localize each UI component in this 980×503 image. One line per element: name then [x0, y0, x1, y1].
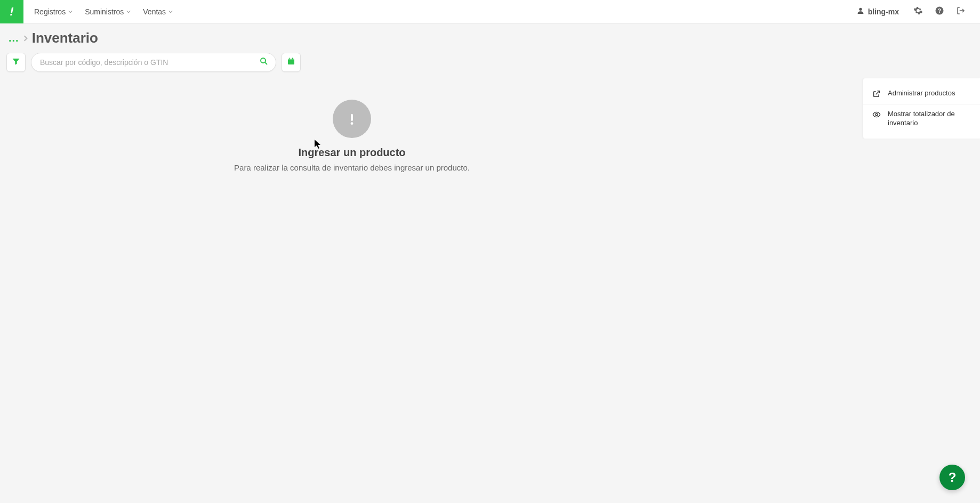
user-menu[interactable]: bling-mx — [856, 6, 899, 17]
svg-rect-7 — [292, 58, 293, 59]
nav-item-label: Registros — [34, 7, 66, 16]
question-mark-icon: ? — [949, 470, 957, 485]
empty-subtitle: Para realizar la consulta de inventario … — [234, 163, 470, 172]
side-item-manage-products[interactable]: Administrar productos — [863, 84, 980, 104]
svg-rect-5 — [288, 59, 294, 60]
empty-title: Ingresar un producto — [298, 147, 405, 159]
nav-item-label: Ventas — [143, 7, 166, 16]
content-column: Ingresar un producto Para realizar la co… — [0, 78, 863, 503]
svg-rect-6 — [290, 58, 290, 59]
filter-button[interactable] — [6, 53, 26, 72]
question-circle-icon: ? — [935, 6, 944, 18]
help-fab[interactable]: ? — [939, 465, 965, 490]
search-input[interactable] — [40, 58, 254, 67]
svg-rect-8 — [351, 114, 353, 121]
user-name: bling-mx — [868, 7, 899, 16]
nav-item-ventas[interactable]: Ventas — [143, 7, 173, 16]
toolbar — [0, 50, 980, 78]
logout-button[interactable] — [952, 3, 969, 20]
external-link-icon — [872, 89, 881, 99]
exclamation-circle-icon — [333, 100, 371, 138]
help-button[interactable]: ? — [931, 3, 948, 20]
nav-menu: Registros Suministros Ventas — [34, 7, 173, 16]
nav-item-suministros[interactable]: Suministros — [85, 7, 131, 16]
side-item-show-totalizer[interactable]: Mostrar totalizador de inventario — [863, 104, 980, 133]
top-nav: ! Registros Suministros Ventas bling-mx — [0, 0, 980, 23]
filter-icon — [12, 57, 20, 68]
chevron-down-icon — [168, 9, 173, 14]
search-submit-button[interactable] — [258, 56, 270, 69]
search-field-wrap — [31, 53, 276, 72]
calendar-button[interactable] — [282, 53, 301, 72]
svg-text:?: ? — [938, 7, 941, 13]
side-panel: Administrar productos Mostrar totalizado… — [863, 78, 980, 139]
page-title: Inventario — [32, 30, 98, 46]
gear-icon — [913, 6, 923, 18]
app-logo[interactable]: ! — [0, 0, 23, 23]
nav-item-label: Suministros — [85, 7, 124, 16]
logout-icon — [956, 6, 966, 18]
search-icon — [259, 56, 269, 68]
chevron-right-icon — [22, 35, 29, 42]
eye-icon — [872, 110, 881, 119]
svg-point-0 — [859, 8, 862, 11]
chevron-down-icon — [68, 9, 73, 14]
user-icon — [856, 6, 865, 17]
svg-point-3 — [261, 58, 266, 63]
empty-state: Ingresar un producto Para realizar la co… — [139, 100, 565, 172]
breadcrumb-root[interactable]: ... — [9, 32, 19, 44]
page-header: ... Inventario — [0, 23, 980, 50]
chevron-down-icon — [126, 9, 131, 14]
svg-point-9 — [351, 122, 354, 125]
settings-button[interactable] — [910, 3, 927, 20]
svg-point-10 — [875, 113, 878, 116]
side-item-label: Administrar productos — [888, 89, 955, 98]
side-item-label: Mostrar totalizador de inventario — [888, 110, 971, 128]
nav-item-registros[interactable]: Registros — [34, 7, 73, 16]
calendar-icon — [287, 57, 295, 68]
main-area: Ingresar un producto Para realizar la co… — [0, 78, 980, 503]
